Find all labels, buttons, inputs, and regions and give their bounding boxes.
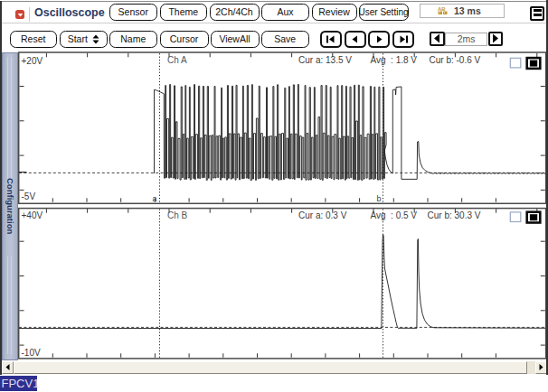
svg-text:Cur b: 30.3 V: Cur b: 30.3 V (428, 210, 481, 220)
svg-text:b: b (377, 194, 382, 203)
svg-text:Cur b: -0.6 V: Cur b: -0.6 V (430, 55, 481, 65)
svg-text:Cur a: 0.3 V: Cur a: 0.3 V (298, 210, 347, 220)
svg-text:Avg : 1.8 V: Avg : 1.8 V (371, 55, 418, 65)
svg-text:Cur a: 13.5 V: Cur a: 13.5 V (298, 55, 352, 65)
svg-text:Ch B: Ch B (167, 210, 188, 220)
svg-text:+20V: +20V (22, 56, 43, 66)
svg-text:Avg : 0.5 V: Avg : 0.5 V (371, 210, 418, 220)
svg-text:Ch A: Ch A (167, 55, 187, 65)
svg-text:-5V: -5V (22, 191, 36, 201)
svg-text:a: a (153, 194, 157, 203)
svg-text:+40V: +40V (22, 210, 43, 220)
svg-text:-10V: -10V (22, 348, 41, 358)
